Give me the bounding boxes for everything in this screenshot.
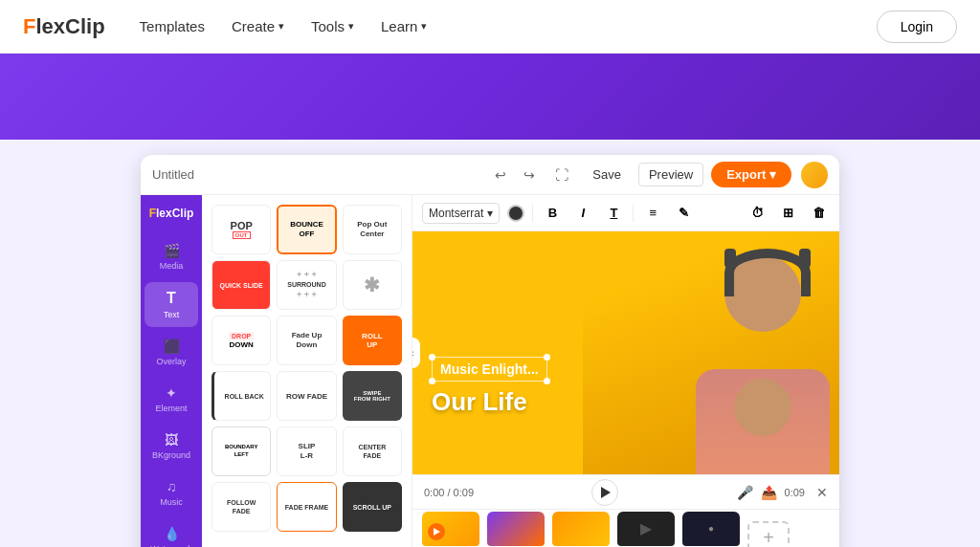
- login-button[interactable]: Login: [877, 11, 957, 43]
- text-animation-panel: POP OUT BOUNCEOFF Pop OutCenter QUI: [202, 195, 412, 547]
- text-anim-scroll-up[interactable]: SCROLL UP: [343, 482, 402, 532]
- timeline-clip-photo1[interactable]: Photo 0:09: [487, 512, 545, 548]
- text-anim-cursor[interactable]: ✱: [343, 260, 402, 310]
- sidebar-element-label: Element: [155, 404, 187, 413]
- bkground-icon: 🖼: [165, 432, 178, 448]
- sidebar-item-music[interactable]: ♫ Music: [145, 471, 198, 514]
- editor-title: Untitled: [152, 167, 479, 182]
- text-anim-row-fade[interactable]: ROW FADE: [277, 371, 336, 421]
- person-body: [696, 369, 830, 474]
- color-picker[interactable]: [507, 205, 524, 222]
- play-button[interactable]: [591, 479, 618, 506]
- timeline-clip-video[interactable]: Video 0:16: [422, 512, 479, 548]
- handle-br: [544, 378, 550, 384]
- nav-learn[interactable]: Learn ▾: [381, 18, 427, 34]
- sidebar-media-label: Media: [160, 261, 184, 271]
- timeline-clip-photo4[interactable]: ● Photo 0:03: [682, 512, 740, 548]
- control-icons: 🎤 📤 0:09 ✕: [737, 485, 828, 500]
- left-sidebar: FlexClip 🎬 Media T Text ⬛ Overlay ✦ Elem…: [141, 195, 202, 547]
- clip-thumb-photo1: [487, 512, 545, 546]
- delete-icon[interactable]: 🗑: [807, 202, 830, 225]
- main-content: Untitled ↩ ↪ ⛶ Save Preview Export ▾ Fle…: [0, 140, 980, 547]
- sidebar-item-element[interactable]: ✦ Element: [145, 378, 198, 421]
- text-anim-swipe-right[interactable]: SWIPEFROM RIGHT: [343, 371, 402, 421]
- end-time: 0:09: [785, 487, 805, 498]
- undo-button[interactable]: ↩: [489, 164, 512, 186]
- video-area: Montserrat ▾ B I T ≡ ✎ ⏱ ⊞ 🗑: [412, 195, 839, 547]
- text-style-button[interactable]: T: [602, 202, 625, 225]
- clip-thumb-photo2: [552, 512, 610, 546]
- clock-icon[interactable]: ⏱: [746, 202, 768, 225]
- text-anim-quick-slide[interactable]: QUICK SLIDE: [212, 260, 271, 310]
- text-anim-fade-up-down[interactable]: Fade UpDown: [277, 316, 336, 365]
- close-button[interactable]: ✕: [816, 485, 828, 500]
- text-anim-drop-down[interactable]: DROP DOWN: [212, 316, 271, 365]
- text-anim-boundary-left[interactable]: BOUNDARYLEFT: [212, 427, 271, 476]
- overlay-icon: ⬛: [164, 339, 180, 354]
- logo[interactable]: FlexClip: [23, 14, 105, 39]
- redo-button[interactable]: ↪: [518, 164, 541, 186]
- editor-body: FlexClip 🎬 Media T Text ⬛ Overlay ✦ Elem…: [141, 195, 839, 547]
- align-button[interactable]: ≡: [641, 202, 664, 225]
- preview-button[interactable]: Preview: [638, 163, 703, 186]
- separator2: [633, 205, 634, 222]
- bold-button[interactable]: B: [541, 202, 564, 225]
- nav-create[interactable]: Create ▾: [232, 18, 284, 34]
- clip-play-indicator: [428, 523, 445, 540]
- timeline: Video 0:16 Photo 0:09: [412, 509, 839, 547]
- music-icon: ♫: [167, 479, 177, 494]
- text-icon: T: [167, 290, 176, 307]
- add-clip-button[interactable]: +: [747, 521, 790, 548]
- sidebar-bkground-label: BKground: [152, 450, 190, 460]
- save-button[interactable]: Save: [583, 164, 631, 186]
- clip-thumb-video: [422, 512, 479, 546]
- fullscreen-button[interactable]: ⛶: [550, 164, 573, 186]
- collapse-panel-button[interactable]: ‹: [412, 338, 420, 368]
- font-selector[interactable]: Montserrat ▾: [422, 203, 500, 224]
- share-icon[interactable]: 📤: [761, 485, 777, 500]
- text-anim-pop-out[interactable]: POP OUT: [212, 205, 271, 254]
- video-text-line1: Music Enlight...: [440, 361, 539, 377]
- timeline-clip-photo2[interactable]: Photo 0:03: [552, 512, 610, 548]
- font-name: Montserrat: [429, 207, 483, 220]
- collapse-icon: ‹: [412, 348, 414, 359]
- separator: [532, 205, 533, 222]
- microphone-icon[interactable]: 🎤: [737, 485, 753, 500]
- editor-topbar: Untitled ↩ ↪ ⛶ Save Preview Export ▾: [141, 155, 839, 195]
- play-triangle-icon: [601, 487, 611, 498]
- headphones-arc: [724, 249, 811, 296]
- grid-icon[interactable]: ⊞: [776, 202, 799, 225]
- text-anim-follow-fade[interactable]: FOLLOWFADE: [212, 482, 271, 532]
- text-anim-bounce-off[interactable]: BOUNCEOFF: [277, 205, 336, 254]
- text-anim-surround[interactable]: + + + SURROUND + + +: [277, 260, 336, 310]
- timeline-clip-photo3[interactable]: ▶ Photo 0:03: [617, 512, 675, 548]
- sidebar-overlay-label: Overlay: [156, 357, 186, 366]
- handle-tl: [429, 354, 435, 361]
- text-anim-roll-up[interactable]: ROLLUP: [343, 316, 402, 365]
- headphone-right: [724, 249, 736, 268]
- sidebar-item-watermark[interactable]: 💧 Watermark: [145, 518, 198, 547]
- edit-button[interactable]: ✎: [672, 202, 695, 225]
- sidebar-item-overlay[interactable]: ⬛ Overlay: [145, 331, 198, 374]
- sidebar-item-bkground[interactable]: 🖼 BKground: [145, 425, 198, 468]
- text-anim-center-fade[interactable]: CENTERFADE: [343, 427, 402, 476]
- hero-banner: [0, 54, 980, 140]
- user-avatar[interactable]: [801, 162, 828, 188]
- italic-button[interactable]: I: [571, 202, 594, 225]
- tools-chevron-icon: ▾: [348, 20, 354, 33]
- export-button[interactable]: Export ▾: [711, 162, 791, 187]
- current-time: 0:00 / 0:09: [424, 487, 474, 498]
- learn-chevron-icon: ▾: [421, 20, 427, 33]
- text-anim-fade-frame[interactable]: FADE FRAME: [277, 482, 336, 532]
- text-anim-pop-out-center[interactable]: Pop OutCenter: [343, 205, 402, 254]
- sidebar-item-media[interactable]: 🎬 Media: [145, 235, 198, 278]
- format-bar: Montserrat ▾ B I T ≡ ✎ ⏱ ⊞ 🗑: [412, 195, 839, 231]
- text-selection-box[interactable]: Music Enlight...: [432, 357, 547, 382]
- sidebar-item-text[interactable]: T Text: [145, 282, 198, 327]
- nav-tools[interactable]: Tools ▾: [311, 18, 354, 34]
- clip-thumb-photo4: ●: [682, 512, 740, 546]
- text-anim-roll-back[interactable]: ROLL BACK: [212, 371, 271, 421]
- headphone-left: [799, 249, 811, 268]
- text-anim-slip-lr[interactable]: SLIPL-R: [277, 427, 336, 476]
- nav-templates[interactable]: Templates: [140, 18, 205, 34]
